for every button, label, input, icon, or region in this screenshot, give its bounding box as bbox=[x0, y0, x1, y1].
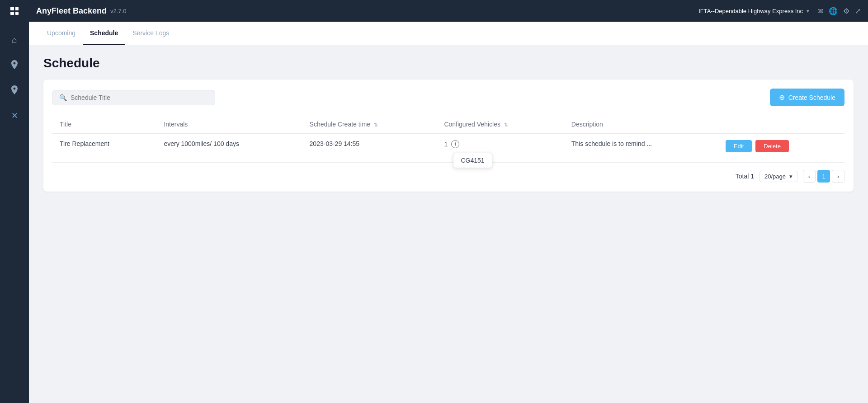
org-selector[interactable]: IFTA--Dependable Highway Express Inc ▼ bbox=[698, 8, 810, 14]
cell-description: This schedule is to remind ... bbox=[564, 134, 718, 159]
search-icon: 🔍 bbox=[59, 94, 67, 101]
tab-schedule[interactable]: Schedule bbox=[83, 22, 125, 45]
prev-page-button[interactable]: ‹ bbox=[803, 170, 816, 183]
cell-configured-vehicles: 1 i CG4151 bbox=[437, 134, 564, 159]
vehicles-cell: 1 i CG4151 bbox=[444, 140, 557, 148]
vehicles-tooltip: CG4151 bbox=[453, 153, 492, 168]
table-row: Tire Replacement every 1000miles/ 100 da… bbox=[52, 134, 844, 159]
schedule-card: 🔍 ⊕ Create Schedule Title bbox=[43, 80, 854, 192]
table-footer: Total 1 20/page ▾ ‹ 1 › bbox=[52, 162, 844, 183]
chevron-down-icon: ▾ bbox=[789, 173, 793, 180]
header-icons: ✉ 🌐 ⚙ ⤢ bbox=[817, 7, 861, 15]
table-header: Title Intervals Schedule Create time ⇅ C… bbox=[52, 115, 844, 134]
sidebar-item-home[interactable]: ⌂ bbox=[4, 29, 25, 51]
plus-icon: ⊕ bbox=[779, 93, 785, 102]
app-version: v2.7.0 bbox=[110, 8, 126, 14]
page-size-select[interactable]: 20/page ▾ bbox=[760, 171, 797, 182]
tab-upcoming[interactable]: Upcoming bbox=[40, 22, 83, 45]
sidebar: ⌂ ✕ bbox=[0, 0, 29, 403]
col-configured-vehicles[interactable]: Configured Vehicles ⇅ bbox=[437, 115, 564, 134]
col-actions bbox=[718, 115, 844, 134]
col-description: Description bbox=[564, 115, 718, 134]
sidebar-item-location1[interactable] bbox=[4, 54, 25, 76]
sort-icon-schedule-create-time: ⇅ bbox=[374, 122, 378, 127]
col-title: Title bbox=[52, 115, 156, 134]
header-right: IFTA--Dependable Highway Express Inc ▼ ✉… bbox=[698, 7, 861, 15]
app-header: AnyFleet Backend v2.7.0 IFTA--Dependable… bbox=[29, 0, 868, 22]
cell-schedule-create-time: 2023-03-29 14:55 bbox=[302, 134, 437, 159]
expand-icon[interactable]: ⤢ bbox=[855, 7, 861, 15]
sidebar-item-tools[interactable]: ✕ bbox=[4, 105, 25, 127]
col-schedule-create-time[interactable]: Schedule Create time ⇅ bbox=[302, 115, 437, 134]
edit-button[interactable]: Edit bbox=[726, 140, 752, 152]
page-1-button[interactable]: 1 bbox=[817, 170, 830, 183]
chevron-down-icon: ▼ bbox=[806, 9, 810, 14]
create-schedule-button[interactable]: ⊕ Create Schedule bbox=[770, 89, 844, 106]
header-left: AnyFleet Backend v2.7.0 bbox=[36, 6, 126, 16]
app-logo[interactable] bbox=[0, 0, 29, 22]
settings-icon[interactable]: ⚙ bbox=[843, 7, 849, 15]
col-intervals: Intervals bbox=[156, 115, 302, 134]
action-buttons: Edit Delete bbox=[726, 140, 837, 152]
sort-icon-configured-vehicles: ⇅ bbox=[504, 122, 508, 127]
page-size-label: 20/page bbox=[764, 173, 786, 180]
org-name: IFTA--Dependable Highway Express Inc bbox=[698, 8, 803, 14]
page-content: Schedule 🔍 ⊕ Create Schedule bbox=[29, 45, 868, 403]
tab-service-logs[interactable]: Service Logs bbox=[125, 22, 176, 45]
table-body: Tire Replacement every 1000miles/ 100 da… bbox=[52, 134, 844, 159]
delete-button[interactable]: Delete bbox=[755, 140, 789, 152]
mail-icon[interactable]: ✉ bbox=[817, 7, 823, 15]
vehicles-count: 1 bbox=[444, 141, 448, 148]
total-label: Total 1 bbox=[736, 173, 754, 180]
page-title: Schedule bbox=[43, 56, 854, 70]
cell-intervals: every 1000miles/ 100 days bbox=[156, 134, 302, 159]
sidebar-item-location2[interactable] bbox=[4, 80, 25, 101]
schedule-table: Title Intervals Schedule Create time ⇅ C… bbox=[52, 115, 844, 159]
create-schedule-label: Create Schedule bbox=[788, 94, 835, 101]
app-title: AnyFleet Backend bbox=[36, 6, 107, 16]
cell-title: Tire Replacement bbox=[52, 134, 156, 159]
info-icon[interactable]: i bbox=[451, 140, 459, 148]
search-box[interactable]: 🔍 bbox=[52, 90, 215, 105]
tab-bar: Upcoming Schedule Service Logs bbox=[29, 22, 868, 45]
toolbar: 🔍 ⊕ Create Schedule bbox=[52, 89, 844, 106]
sidebar-nav: ⌂ ✕ bbox=[0, 22, 29, 127]
search-input[interactable] bbox=[71, 94, 208, 101]
grid-icon bbox=[10, 7, 19, 15]
page-area: Upcoming Schedule Service Logs Schedule … bbox=[29, 22, 868, 403]
cell-actions: Edit Delete bbox=[718, 134, 844, 159]
globe-icon[interactable]: 🌐 bbox=[829, 7, 838, 15]
next-page-button[interactable]: › bbox=[832, 170, 844, 183]
pagination: ‹ 1 › bbox=[803, 170, 844, 183]
main-content: AnyFleet Backend v2.7.0 IFTA--Dependable… bbox=[29, 0, 868, 403]
